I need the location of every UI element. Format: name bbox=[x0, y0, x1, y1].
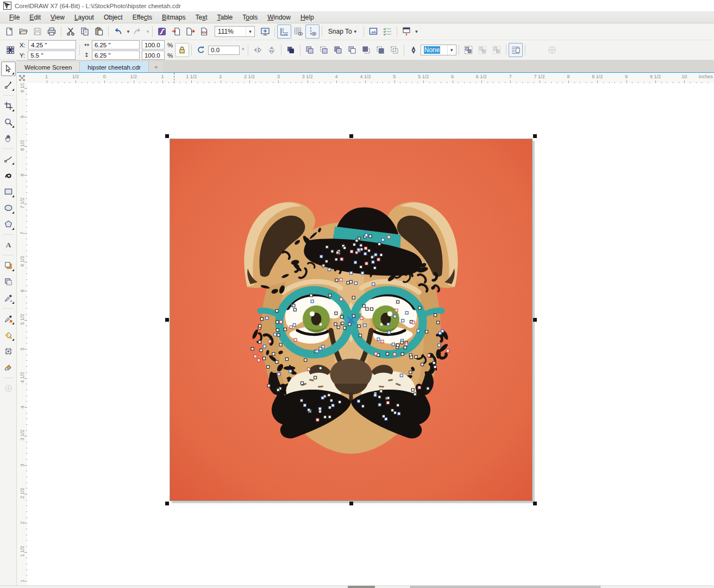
color-eyedropper-tool[interactable] bbox=[1, 291, 16, 305]
export-button[interactable] bbox=[183, 24, 197, 39]
selection-handle-top-center[interactable] bbox=[349, 134, 353, 138]
import-button[interactable] bbox=[169, 24, 183, 39]
selection-handle-top-left[interactable] bbox=[165, 134, 169, 138]
zoom-level-combo[interactable]: 111%▼ bbox=[215, 26, 255, 37]
object-x-position-field[interactable]: 4.25 " bbox=[28, 40, 76, 49]
menu-edit[interactable]: Edit bbox=[24, 12, 46, 22]
show-grid-button[interactable] bbox=[291, 24, 305, 39]
pick-tool[interactable] bbox=[1, 61, 16, 76]
scale-vertical-field[interactable]: 100.0 bbox=[142, 51, 165, 60]
mesh-fill-tool[interactable] bbox=[1, 344, 16, 359]
back-minus-front-button[interactable] bbox=[373, 43, 387, 57]
selection-handle-middle-right[interactable] bbox=[533, 318, 537, 322]
ungroup-objects-button[interactable] bbox=[475, 43, 490, 57]
ungroup-all-objects-button[interactable] bbox=[490, 43, 504, 57]
document-tab-welcome-screen[interactable]: Welcome Screen bbox=[17, 61, 80, 73]
outline-width-dropdown-arrow[interactable]: ▼ bbox=[447, 45, 456, 55]
polygon-tool[interactable] bbox=[1, 217, 16, 232]
simplify-button[interactable] bbox=[345, 43, 359, 57]
hipster-cheetah-illustration[interactable] bbox=[170, 139, 532, 501]
menu-text[interactable]: Text bbox=[190, 12, 212, 22]
menu-layout[interactable]: Layout bbox=[70, 12, 99, 22]
horizontal-scrollbar-thumb[interactable] bbox=[410, 586, 600, 588]
shape-tool[interactable] bbox=[1, 78, 16, 92]
menu-object[interactable]: Object bbox=[99, 12, 128, 22]
object-height-field[interactable]: 6.25 " bbox=[92, 51, 140, 60]
outline-width-combo[interactable]: None ▼ bbox=[421, 45, 456, 55]
rectangle-tool[interactable] bbox=[1, 184, 16, 199]
zoom-level-dropdown-arrow[interactable]: ▼ bbox=[246, 27, 254, 36]
customize-toolbox[interactable] bbox=[1, 381, 16, 396]
print-document-button[interactable] bbox=[45, 24, 59, 39]
drawing-canvas[interactable] bbox=[27, 83, 714, 586]
object-width-field[interactable]: 6.25 " bbox=[92, 40, 140, 49]
selection-handle-middle-left[interactable] bbox=[165, 318, 169, 322]
menu-bitmaps[interactable]: Bitmaps bbox=[157, 12, 190, 22]
crop-tool[interactable] bbox=[1, 98, 16, 113]
interactive-fill-tool[interactable] bbox=[1, 328, 16, 342]
undo-button[interactable] bbox=[111, 24, 125, 39]
drop-shadow-tool[interactable] bbox=[1, 258, 16, 273]
lock-ratio-button[interactable] bbox=[175, 43, 189, 57]
smart-fill-tool[interactable] bbox=[1, 360, 16, 375]
mirror-vertically-button[interactable] bbox=[265, 43, 279, 57]
menu-file[interactable]: File bbox=[4, 12, 24, 22]
transparency-tool[interactable] bbox=[1, 274, 16, 289]
open-document-button[interactable] bbox=[16, 24, 30, 39]
vertical-ruler[interactable]: 9 1/298 1/287 1/276 1/265 1/254 1/243 1/… bbox=[17, 83, 28, 586]
create-boundary-button[interactable] bbox=[387, 43, 402, 57]
trim-button[interactable] bbox=[317, 43, 331, 57]
selection-handle-bottom-right[interactable] bbox=[533, 502, 537, 505]
group-objects-button[interactable] bbox=[461, 43, 475, 57]
ruler-origin-button[interactable] bbox=[17, 73, 28, 84]
menu-tools[interactable]: Tools bbox=[237, 12, 262, 22]
options-window-button[interactable] bbox=[366, 24, 380, 39]
redo-dropdown-arrow[interactable]: ▼ bbox=[146, 29, 150, 34]
copy-button[interactable] bbox=[78, 24, 92, 39]
angle-of-rotation-field[interactable]: 0.0 bbox=[208, 46, 240, 55]
redo-button[interactable] bbox=[130, 24, 145, 39]
attributes-eyedropper-tool[interactable] bbox=[1, 311, 16, 326]
horizontal-scrollbar[interactable] bbox=[0, 585, 714, 588]
menu-view[interactable]: View bbox=[46, 12, 70, 22]
application-launcher-button[interactable] bbox=[399, 24, 414, 39]
scale-horizontal-field[interactable]: 100.0 bbox=[142, 40, 165, 49]
text-tool[interactable]: A bbox=[1, 237, 16, 252]
selection-handle-top-right[interactable] bbox=[533, 134, 537, 138]
show-rulers-button[interactable] bbox=[277, 24, 291, 39]
full-screen-preview-button[interactable] bbox=[258, 24, 272, 39]
menu-help[interactable]: Help bbox=[296, 12, 319, 22]
new-document-button[interactable] bbox=[2, 24, 16, 39]
combine-button[interactable] bbox=[284, 43, 298, 57]
paste-button[interactable] bbox=[92, 24, 106, 39]
freehand-tool[interactable] bbox=[1, 152, 16, 166]
intersect-button[interactable] bbox=[331, 43, 345, 57]
artistic-media-tool[interactable] bbox=[1, 168, 16, 183]
save-document-button[interactable] bbox=[30, 24, 45, 39]
document-page[interactable] bbox=[170, 139, 533, 501]
undo-dropdown-arrow[interactable]: ▼ bbox=[126, 29, 130, 34]
menu-effects[interactable]: Effects bbox=[128, 12, 157, 22]
weld-button[interactable] bbox=[303, 43, 317, 57]
horizontal-ruler[interactable]: 11/201/211 1/222 1/233 1/244 1/255 1/266… bbox=[27, 73, 714, 84]
show-guidelines-button[interactable] bbox=[305, 24, 320, 39]
selection-handle-bottom-center[interactable] bbox=[349, 502, 353, 505]
menu-table[interactable]: Table bbox=[212, 12, 238, 22]
snap-to-dropdown[interactable]: Snap To▼ bbox=[324, 26, 361, 37]
object-y-position-field[interactable]: 5.5 " bbox=[28, 51, 76, 60]
new-document-tab-button[interactable]: + bbox=[149, 61, 163, 73]
application-launcher-dropdown-arrow[interactable]: ▼ bbox=[415, 29, 419, 34]
search-content-button[interactable] bbox=[155, 24, 169, 39]
cut-button[interactable] bbox=[64, 24, 78, 39]
wrap-paragraph-text-button[interactable] bbox=[509, 43, 523, 57]
pan-tool[interactable] bbox=[1, 131, 16, 146]
object-properties-checklist-button[interactable] bbox=[380, 24, 394, 39]
front-minus-back-button[interactable] bbox=[359, 43, 373, 57]
selection-handle-bottom-left[interactable] bbox=[165, 502, 169, 505]
zoom-tool[interactable] bbox=[1, 115, 16, 129]
document-tab-hipster-cheetah-cdr[interactable]: hipster cheetah.cdr bbox=[80, 61, 149, 73]
ellipse-tool[interactable] bbox=[1, 201, 16, 215]
menu-window[interactable]: Window bbox=[262, 12, 296, 22]
mirror-horizontally-button[interactable] bbox=[250, 43, 265, 57]
publish-to-pdf-button[interactable]: PDF bbox=[197, 24, 211, 39]
